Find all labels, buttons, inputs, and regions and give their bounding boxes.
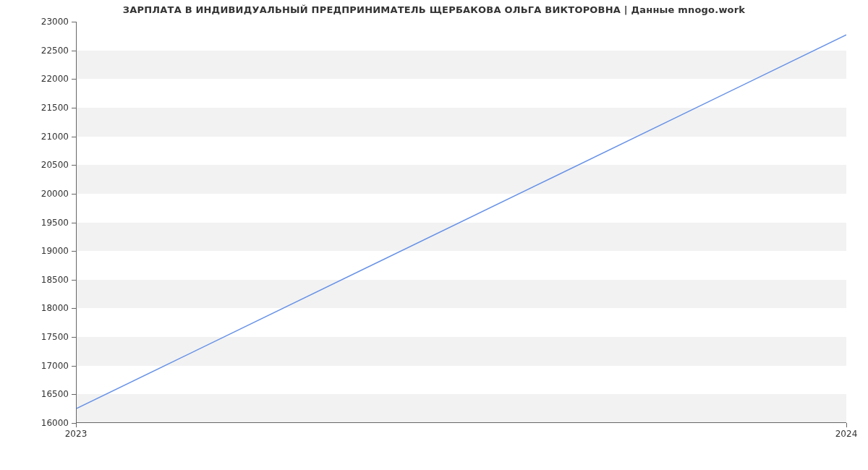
y-tick-mark — [72, 79, 76, 80]
y-tick-label: 21000 — [25, 132, 69, 142]
y-tick-mark — [72, 251, 76, 252]
y-tick-label: 17000 — [25, 361, 69, 371]
y-tick-mark — [72, 51, 76, 51]
x-tick-mark — [76, 423, 77, 427]
y-tick-label: 23000 — [25, 17, 69, 27]
y-tick-label: 19000 — [25, 246, 69, 256]
y-tick-label: 20000 — [25, 189, 69, 199]
y-tick-mark — [72, 280, 76, 281]
y-tick-label: 21500 — [25, 103, 69, 113]
line-layer — [77, 22, 846, 422]
y-tick-label: 16500 — [25, 389, 69, 399]
plot-area — [76, 22, 846, 423]
y-tick-mark — [72, 223, 76, 223]
y-tick-label: 22500 — [25, 46, 69, 56]
chart-title: ЗАРПЛАТА В ИНДИВИДУАЛЬНЫЙ ПРЕДПРИНИМАТЕЛ… — [0, 4, 868, 15]
y-tick-label: 17500 — [25, 332, 69, 342]
y-tick-label: 19500 — [25, 218, 69, 228]
y-tick-mark — [72, 108, 76, 108]
y-tick-mark — [72, 337, 76, 338]
chart-container: ЗАРПЛАТА В ИНДИВИДУАЛЬНЫЙ ПРЕДПРИНИМАТЕЛ… — [0, 0, 868, 470]
x-tick-label: 2024 — [835, 429, 858, 439]
y-tick-mark — [72, 194, 76, 195]
x-tick-mark — [846, 423, 847, 427]
y-tick-mark — [72, 394, 76, 395]
y-tick-label: 18000 — [25, 303, 69, 313]
y-tick-mark — [72, 165, 76, 166]
y-tick-label: 16000 — [25, 418, 69, 428]
y-tick-label: 22000 — [25, 74, 69, 84]
y-tick-mark — [72, 137, 76, 137]
y-tick-label: 20500 — [25, 160, 69, 170]
y-tick-label: 18500 — [25, 275, 69, 285]
y-tick-mark — [72, 366, 76, 367]
series-line — [77, 35, 846, 409]
x-tick-label: 2023 — [65, 429, 88, 439]
y-tick-mark — [72, 308, 76, 309]
y-tick-mark — [72, 22, 76, 22]
